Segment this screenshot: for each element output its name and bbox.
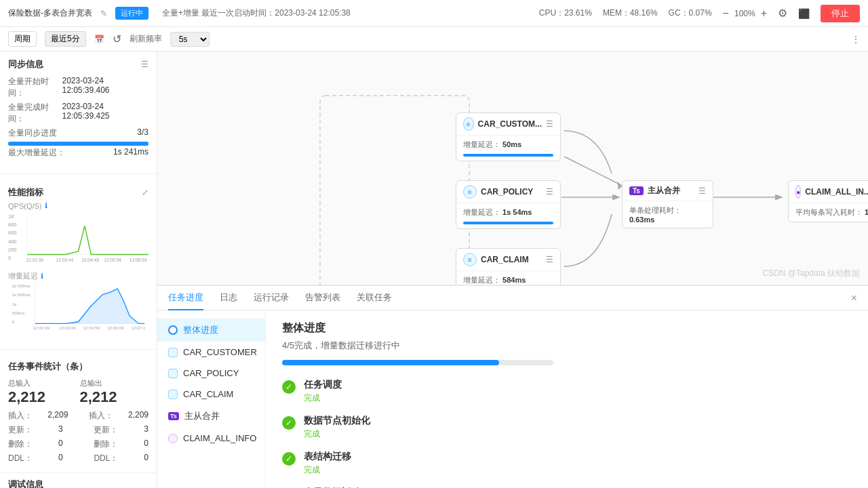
svg-text:12:02:39: 12:02:39 (33, 325, 50, 330)
tab-alerts[interactable]: 告警列表 (305, 286, 340, 310)
merge-node[interactable]: Ts 主从合并 ☰ 单条处理耗时： 0.63ms (622, 180, 713, 228)
stop-button[interactable]: 停止 (821, 5, 860, 22)
customer-sidebar-icon (168, 348, 178, 357)
perf-expand-icon[interactable]: ⤢ (142, 188, 149, 197)
input-label: 总输入 (8, 378, 77, 388)
car-claim-latency: 增量延迟： 584ms (463, 275, 553, 285)
claimall-sidebar-icon (168, 434, 178, 443)
sync-menu-icon[interactable]: ☰ (141, 60, 149, 69)
latency-chart-svg: 2s 500ms 1s 500ms 1s 500ms 0 12:02:39 12… (8, 283, 149, 337)
progress-sidebar-item-policy[interactable]: CAR_POLICY (157, 363, 265, 384)
tab-related-tasks[interactable]: 关联任务 (357, 286, 392, 310)
sync-end-value: 2023-03-24 12:05:39.425 (62, 102, 149, 125)
latency-label: 增量延迟 (8, 271, 38, 281)
topbar-stats: 全量+增量 最近一次启动时间：2023-03-24 12:05:38 (162, 7, 351, 19)
ddl-val2: 0 (144, 453, 149, 464)
perf-title: 性能指标 (8, 186, 43, 199)
tab-bar: 任务进度 日志 运行记录 告警列表 关联任务 × (157, 286, 868, 310)
svg-text:12:04:49: 12:04:49 (81, 258, 99, 262)
qps-info-icon[interactable]: ℹ (45, 201, 47, 210)
step-schema: ✓ 表结构迁移 完成 (282, 451, 852, 476)
watermark: CSDN @Tapdata 钛铂数据 (762, 268, 860, 279)
step-schema-status: 完成 (304, 464, 351, 476)
progress-sidebar-item-customer[interactable]: CAR_CUSTOMER (157, 342, 265, 363)
car-customer-menu[interactable]: ☰ (546, 119, 553, 129)
progress-sidebar-item-overall[interactable]: 整体进度 (157, 319, 265, 342)
progress-sidebar-item-claim[interactable]: CAR_CLAIM (157, 384, 265, 405)
svg-text:500ms: 500ms (12, 310, 25, 315)
step-init-title: 数据节点初始化 (304, 415, 370, 427)
stats-details: 插入：2,209插入：2,209 更新：3更新：3 删除：0删除：0 DDL：0… (8, 410, 149, 464)
car-customer-latency: 增量延迟： 50ms (463, 140, 553, 150)
car-policy-node[interactable]: ≡ CAR_POLICY ☰ 增量延迟： 1s 54ms (456, 180, 561, 229)
sync-progress-label: 全量同步进度 (8, 127, 57, 139)
settings-icon[interactable]: ⚙ (778, 7, 787, 20)
insert-val2: 2,209 (128, 410, 149, 422)
step-schedule: ✓ 任务调度 完成 (282, 379, 852, 404)
progress-sidebar-item-claimall[interactable]: CLAIM_ALL_INFO (157, 428, 265, 449)
sync-start-row: 全量开始时间： 2023-03-24 12:05:39.406 (8, 76, 149, 99)
freq-select[interactable]: 5s 10s 30s (170, 32, 210, 47)
car-claim-title: CAR_CLAIM (481, 255, 529, 264)
main-area: 同步信息 ☰ 全量开始时间： 2023-03-24 12:05:39.406 全… (0, 52, 868, 488)
delete-val2: 0 (144, 439, 149, 450)
sync-start-value: 2023-03-24 12:05:39.406 (62, 76, 149, 99)
tab-logs[interactable]: 日志 (220, 286, 237, 310)
svg-text:400: 400 (8, 239, 17, 245)
debug-section: 调试信息 任务心跳时间： 几秒前 (0, 472, 157, 488)
latency-info-icon[interactable]: ℹ (41, 272, 43, 281)
progress-detail-title: 整体进度 (282, 321, 852, 336)
progress-sidebar-item-merge[interactable]: Ts 主从合并 (157, 405, 265, 428)
monitor-icon[interactable]: ⬛ (798, 8, 810, 19)
step-init-icon: ✓ (282, 416, 296, 430)
topbar-title: 保险数据-多表合并宽表 (8, 7, 92, 19)
progress-bar-large-fill (282, 360, 499, 365)
expand-icon[interactable]: ⋮ (852, 35, 860, 44)
delete-val1: 0 (58, 439, 63, 450)
car-claim-menu[interactable]: ☰ (546, 255, 553, 264)
qps-chart-area: 1K 800 600 400 200 0 12:02:39 12:03:44 1… (8, 211, 149, 266)
car-customer-node[interactable]: ≡ CAR_CUSTOM... ☰ 增量延迟： 50ms (456, 113, 561, 161)
svg-text:2s 500ms: 2s 500ms (12, 283, 31, 288)
refresh-icon[interactable]: ↺ (113, 33, 121, 45)
ddl-label2: DDL： (94, 453, 118, 464)
tab-run-records[interactable]: 运行记录 (254, 286, 289, 310)
car-claim-node[interactable]: ≡ CAR_CLAIM ☰ 增量延迟： 584ms (456, 248, 561, 285)
status-badge: 运行中 (115, 7, 149, 20)
svg-rect-25 (320, 96, 469, 285)
car-claim-icon: ≡ (463, 253, 477, 266)
output-col: 总输出 2,212 (80, 378, 149, 406)
period-button[interactable]: 周期 (8, 31, 37, 47)
edit-icon[interactable]: ✎ (100, 9, 107, 18)
claim-all-icon: ● (795, 185, 801, 199)
claim-all-node[interactable]: ● CLAIM_ALL_IN... ☰ 平均每条写入耗时： 1ms (788, 180, 868, 222)
ddl-label1: DDL： (8, 453, 33, 464)
step-init-status: 完成 (304, 428, 370, 440)
zoom-out-button[interactable]: − (723, 7, 729, 20)
merge-menu[interactable]: ☰ (698, 186, 706, 196)
merge-title: 主从合并 (648, 185, 680, 197)
ts-badge: Ts (629, 186, 644, 195)
car-policy-latency: 增量延迟： 1s 54ms (463, 207, 553, 218)
delete-label1: 删除： (8, 439, 33, 450)
recent-select[interactable]: 最近5分 (45, 31, 86, 47)
policy-sidebar-icon (168, 369, 178, 378)
zoom-in-button[interactable]: + (761, 7, 767, 20)
update-label2: 更新： (94, 424, 118, 436)
car-policy-menu[interactable]: ☰ (546, 187, 553, 197)
merge-sidebar-badge: Ts (168, 412, 179, 420)
progress-detail: 整体进度 4/5完成，增量数据迁移进行中 ✓ 任务调度 完成 (266, 310, 868, 488)
svg-text:12:03:44: 12:03:44 (56, 258, 74, 262)
sync-info-section: 同步信息 ☰ 全量开始时间： 2023-03-24 12:05:39.406 全… (0, 52, 157, 168)
tab-task-progress[interactable]: 任务进度 (168, 286, 203, 310)
left-panel: 同步信息 ☰ 全量开始时间： 2023-03-24 12:05:39.406 全… (0, 52, 157, 488)
progress-sidebar-label-overall: 整体进度 (183, 324, 218, 336)
calendar-icon[interactable]: 📅 (94, 35, 104, 44)
step-schedule-status: 完成 (304, 392, 342, 404)
tab-close-button[interactable]: × (851, 292, 857, 304)
svg-text:12:07:1: 12:07:1 (132, 325, 146, 330)
step-init: ✓ 数据节点初始化 完成 (282, 415, 852, 440)
topbar-right: CPU：23.61% MEM：48.16% GC：0.07% − 100% + … (539, 5, 860, 22)
qps-label: QPS(Q/S) (8, 202, 42, 210)
canvas-area[interactable]: ≡ CAR_CUSTOM... ☰ 增量延迟： 50ms ≡ CAR_POLIC… (157, 52, 868, 285)
